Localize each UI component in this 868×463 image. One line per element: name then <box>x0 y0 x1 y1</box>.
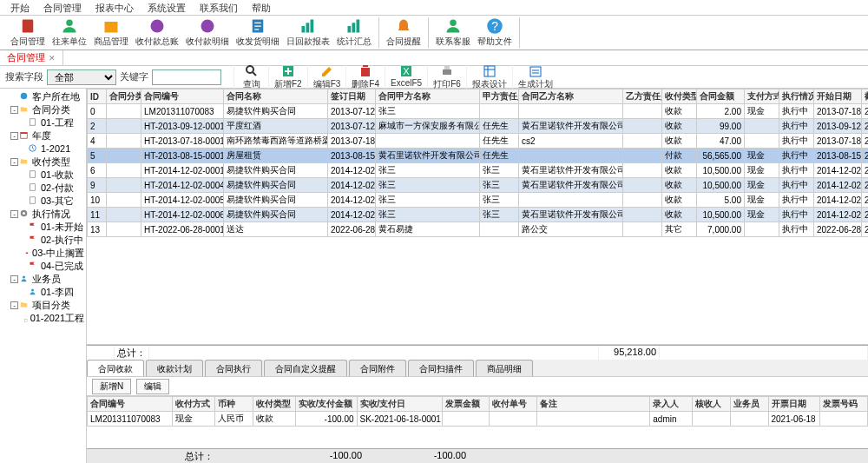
subtab-合同附件[interactable]: 合同附件 <box>349 360 406 376</box>
subtab-收款计划[interactable]: 收款计划 <box>146 360 203 376</box>
tool-收付款明细[interactable]: $收付款明细 <box>182 17 233 48</box>
subtab-合同自定义提醒[interactable]: 合同自定义提醒 <box>264 360 347 376</box>
search-keyword-input[interactable] <box>152 69 221 85</box>
dcol-实收/支付金额[interactable]: 实收/支付金额 <box>295 397 357 412</box>
sbtn-报表设计[interactable]: 报表设计 <box>466 64 512 90</box>
dcol-收付单号[interactable]: 收付单号 <box>490 397 536 412</box>
detail-grid[interactable]: 合同编号收付方式币种收付类型实收/支付金额实收/支付日发票金额收付单号备注录入人… <box>87 396 868 427</box>
detail-row[interactable]: LM201311070083现金人民币收款-100.00SK-2021-06-1… <box>88 412 868 427</box>
dbtn-新增N[interactable]: 新增N <box>92 379 131 394</box>
tool-合同提醒[interactable]: 合同提醒 <box>383 17 424 48</box>
col-乙方责任人[interactable]: 乙方责任人 <box>623 89 662 104</box>
dcol-币种[interactable]: 币种 <box>215 397 253 412</box>
col-合同名称[interactable]: 合同名称 <box>224 89 328 104</box>
tab-contracts[interactable]: 合同管理 ✕ <box>0 50 63 65</box>
tool-帮助文件[interactable]: ?帮助文件 <box>474 17 516 48</box>
menu-联系我们[interactable]: 联系我们 <box>193 0 245 15</box>
table-row[interactable]: 2HT-2013-09-12-0001平度红酒2013-07-12麻城市一方保安… <box>88 119 869 134</box>
tool-日回款报表[interactable]: 日回款报表 <box>283 17 333 48</box>
tool-收付款总账[interactable]: $收付款总账 <box>132 17 182 48</box>
toggle-icon[interactable]: - <box>10 132 18 140</box>
dcol-实收/支付日[interactable]: 实收/支付日 <box>357 397 442 412</box>
toggle-icon[interactable]: - <box>10 275 18 283</box>
col-截止日期[interactable]: 截止日期 <box>862 89 869 104</box>
tree-item-客户所在地[interactable]: 客户所在地 <box>10 90 84 103</box>
tool-往来单位[interactable]: 往来单位 <box>49 17 90 48</box>
tree-item-1-2021[interactable]: 1-2021 <box>19 142 84 155</box>
col-支付方式[interactable]: 支付方式 <box>745 89 779 104</box>
search-field-select[interactable]: 全部 <box>47 69 116 85</box>
sbtn-生成计划[interactable]: 生成计划 <box>512 64 558 90</box>
subtab-合同扫描件[interactable]: 合同扫描件 <box>408 360 474 376</box>
toggle-icon[interactable]: - <box>10 106 18 114</box>
table-row[interactable]: 5HT-2013-08-15-0001房屋租赁2013-08-15黄石里诺软件开… <box>88 149 869 163</box>
dcol-发票金额[interactable]: 发票金额 <box>442 397 489 412</box>
tree-item-项目分类[interactable]: -项目分类 <box>10 299 84 312</box>
tool-统计汇总[interactable]: 统计汇总 <box>333 17 375 48</box>
tool-合同管理[interactable]: 合同管理 <box>7 17 49 48</box>
menu-系统设置[interactable]: 系统设置 <box>141 0 193 15</box>
col-ID[interactable]: ID <box>88 89 107 104</box>
col-合同金额[interactable]: 合同金额 <box>697 89 745 104</box>
tree-item-01-工程[interactable]: 01-工程 <box>19 116 84 129</box>
tree-item-执行情况[interactable]: -执行情况 <box>10 208 84 221</box>
subtab-合同执行[interactable]: 合同执行 <box>205 360 262 376</box>
table-row[interactable]: 4HT-2013-07-18-0001南环路禁毒西路等道路桥梁工程2013-07… <box>88 134 869 149</box>
tool-商品管理[interactable]: 商品管理 <box>90 17 132 48</box>
sbtn-删除F4[interactable]: 删除F4 <box>345 64 385 90</box>
dcol-录入人[interactable]: 录入人 <box>650 397 693 412</box>
tree-item-01-未开始[interactable]: 01-未开始 <box>19 221 84 234</box>
sbtn-编辑F3[interactable]: 编辑F3 <box>307 64 346 90</box>
dcol-合同编号[interactable]: 合同编号 <box>88 397 173 412</box>
main-grid[interactable]: ID合同分类合同编号合同名称签订日期合同甲方名称甲方责任人合同乙方名称乙方责任人… <box>87 89 868 237</box>
col-合同分类[interactable]: 合同分类 <box>107 89 141 104</box>
dcol-收付方式[interactable]: 收付方式 <box>173 397 215 412</box>
subtab-合同收款[interactable]: 合同收款 <box>87 360 144 376</box>
table-row[interactable]: 13HT-2022-06-28-0001送达2022-06-28黄石易捷路公交其… <box>88 222 869 237</box>
col-合同乙方名称[interactable]: 合同乙方名称 <box>519 89 623 104</box>
dcol-开票日期[interactable]: 开票日期 <box>768 397 820 412</box>
sbtn-ExcelF5[interactable]: XExcelF5 <box>385 64 427 90</box>
col-合同甲方名称[interactable]: 合同甲方名称 <box>376 89 480 104</box>
tree-item-03-中止搁置[interactable]: 03-中止搁置 <box>19 247 84 260</box>
col-合同编号[interactable]: 合同编号 <box>141 89 224 104</box>
tree-item-04-已完成[interactable]: 04-已完成 <box>19 260 84 273</box>
table-row[interactable]: 0LM201311070083易捷软件购买合同2013-07-12张三收款2.0… <box>88 104 869 119</box>
tool-联系客服[interactable]: 联系客服 <box>432 17 474 48</box>
col-甲方责任人[interactable]: 甲方责任人 <box>480 89 519 104</box>
tree-item-合同分类[interactable]: -合同分类 <box>10 103 84 116</box>
dcol-备注[interactable]: 备注 <box>536 397 650 412</box>
col-签订日期[interactable]: 签订日期 <box>328 89 376 104</box>
menu-合同管理[interactable]: 合同管理 <box>36 0 89 15</box>
table-row[interactable]: 6HT-2014-12-02-0001易捷软件购买合同2014-12-02张三张… <box>88 163 869 178</box>
dcol-收付类型[interactable]: 收付类型 <box>253 397 295 412</box>
dbtn-编辑[interactable]: 编辑 <box>136 379 169 394</box>
tree-item-年度[interactable]: -年度 <box>10 129 84 142</box>
tool-收发货明细[interactable]: 收发货明细 <box>233 17 283 48</box>
table-row[interactable]: 10HT-2014-12-02-0005易捷软件购买合同2014-12-02张三… <box>88 193 869 208</box>
table-row[interactable]: 11HT-2014-12-02-0006易捷软件购买合同2014-12-02张三… <box>88 208 869 222</box>
col-开始日期[interactable]: 开始日期 <box>814 89 862 104</box>
table-row[interactable]: 9HT-2014-12-02-0004易捷软件购买合同2014-12-02张三张… <box>88 178 869 193</box>
tree-item-01-李四[interactable]: 01-李四 <box>19 286 84 299</box>
tree-item-01-2021工程[interactable]: 01-2021工程 <box>19 312 84 325</box>
tree-item-01-收款[interactable]: 01-收款 <box>19 169 84 182</box>
toggle-icon[interactable]: - <box>10 210 18 218</box>
sbtn-打印F6[interactable]: 打印F6 <box>427 64 466 90</box>
dcol-核收人[interactable]: 核收人 <box>693 397 731 412</box>
col-收付类型[interactable]: 收付类型 <box>662 89 697 104</box>
subtab-商品明细[interactable]: 商品明细 <box>476 360 533 376</box>
tree-item-03-其它[interactable]: 03-其它 <box>19 195 84 208</box>
tree-item-02-执行中[interactable]: 02-执行中 <box>19 234 84 247</box>
toggle-icon[interactable]: - <box>10 301 18 309</box>
tree-item-业务员[interactable]: -业务员 <box>10 273 84 286</box>
close-icon[interactable]: ✕ <box>49 54 56 63</box>
tree-item-02-付款[interactable]: 02-付款 <box>19 182 84 195</box>
dcol-业务员[interactable]: 业务员 <box>730 397 768 412</box>
col-执行情况[interactable]: 执行情况 <box>779 89 814 104</box>
sbtn-新增F2[interactable]: 新增F2 <box>268 64 307 90</box>
tree-item-收付类型[interactable]: -收付类型 <box>10 155 84 169</box>
dcol-发票号码[interactable]: 发票号码 <box>820 397 868 412</box>
menu-帮助[interactable]: 帮助 <box>245 0 278 15</box>
menu-报表中心[interactable]: 报表中心 <box>89 0 141 15</box>
